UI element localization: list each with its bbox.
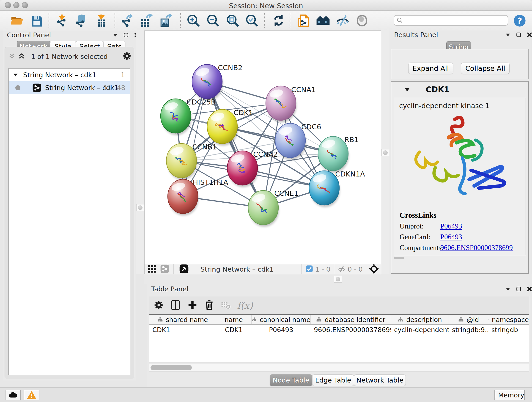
- tab-node-table[interactable]: Node Table: [270, 375, 312, 386]
- zoom-fit-button[interactable]: [225, 13, 240, 28]
- warnings-button[interactable]: [24, 390, 39, 400]
- node-label-CDKN1A: CDKN1A: [335, 170, 365, 178]
- table-cell[interactable]: CDK1: [149, 325, 216, 335]
- network-view[interactable]: CCNB2CCNA1CDC25BCDK1CDC6RB1CCNB1CCNA2CDK…: [144, 31, 381, 274]
- zoom-in-button[interactable]: [186, 13, 201, 28]
- table-cell[interactable]: stringdb: [488, 325, 529, 335]
- import-network-file-button[interactable]: [55, 13, 69, 28]
- two-houses-icon: [316, 13, 330, 28]
- node-table[interactable]: shared namenamecanonical namedatabase id…: [149, 314, 529, 362]
- network-collection-row[interactable]: String Network – cdk1 1: [9, 69, 130, 81]
- grid-view-button[interactable]: [147, 264, 157, 274]
- function-builder-button[interactable]: f(x): [237, 300, 253, 311]
- crosslink-link[interactable]: P06493: [440, 222, 462, 230]
- left-splitter[interactable]: [136, 31, 144, 274]
- splitter-handle[interactable]: [334, 276, 342, 283]
- collapse-panel-icon[interactable]: [112, 32, 118, 38]
- crosslink-link[interactable]: 9606.ENSP00000378699: [440, 244, 513, 252]
- gene-description: cyclin-dependent kinase 1: [399, 102, 526, 110]
- column-header-databaseidentifier[interactable]: database identifier: [311, 315, 391, 324]
- hide-graphics-button[interactable]: [336, 13, 350, 28]
- export-network-button[interactable]: [119, 13, 134, 28]
- column-type-icon: [252, 317, 257, 323]
- hidden-elements-indicator[interactable]: [337, 265, 346, 274]
- splitter-handle[interactable]: [381, 149, 389, 156]
- float-panel-icon[interactable]: [516, 32, 521, 38]
- float-panel-icon[interactable]: [123, 32, 129, 38]
- gear-icon: [122, 51, 132, 61]
- search-icon: [396, 17, 403, 24]
- toolbar-separator: [290, 13, 290, 28]
- crosslinks-list: Uniprot:P06493GeneCard:P06493Compartment…: [394, 222, 526, 255]
- column-header-sharedname[interactable]: shared name: [149, 315, 216, 324]
- control-panel: Control Panel Network Style Select Sets …: [3, 30, 136, 380]
- crosslink-row: Compartments:9606.ENSP00000378699: [399, 244, 526, 252]
- node-label-CDC25B: CDC25B: [186, 98, 216, 106]
- refresh-layout-button[interactable]: [271, 13, 286, 28]
- expand-all-button[interactable]: Expand All: [408, 63, 453, 74]
- gene-symbol: CDK1: [426, 85, 449, 94]
- collapse-all-button[interactable]: Collapse All: [461, 63, 510, 74]
- column-header-description[interactable]: description: [391, 315, 449, 324]
- zoom-selected-button[interactable]: [245, 13, 259, 28]
- export-image-button[interactable]: [158, 13, 173, 28]
- horizontal-splitter[interactable]: [144, 274, 532, 284]
- close-panel-icon[interactable]: [526, 32, 532, 38]
- import-network-database-button[interactable]: [74, 13, 89, 28]
- table-cell[interactable]: 9606.ENSP00000378699: [311, 325, 391, 335]
- crosslink-link[interactable]: 9606.ENSP00000378699: [440, 254, 513, 255]
- tab-network-table[interactable]: Network Table: [354, 375, 406, 386]
- selected-nodes-checkbox[interactable]: [306, 265, 313, 274]
- first-neighbors-button[interactable]: [316, 13, 330, 28]
- cloud-status-button[interactable]: [5, 390, 21, 400]
- delete-table-button[interactable]: [221, 300, 231, 311]
- tab-edge-table[interactable]: Edge Table: [312, 375, 354, 386]
- horizontal-scrollbar-thumb[interactable]: [394, 257, 404, 259]
- column-header-id[interactable]: @id: [449, 315, 488, 324]
- node-label-CCNB1: CCNB1: [192, 143, 217, 151]
- network-options-button[interactable]: [122, 51, 132, 62]
- center-view-button[interactable]: [369, 264, 379, 275]
- zoom-out-button[interactable]: [206, 13, 220, 28]
- table-cell[interactable]: CDK1: [216, 325, 252, 335]
- delete-columns-button[interactable]: [204, 300, 214, 311]
- column-header-namespace[interactable]: namespace: [488, 315, 529, 324]
- show-graphics-button[interactable]: [355, 13, 369, 28]
- create-column-button[interactable]: [187, 300, 198, 311]
- search-input[interactable]: [403, 16, 508, 25]
- float-panel-icon[interactable]: [516, 286, 521, 292]
- collapse-panel-icon[interactable]: [505, 32, 511, 38]
- string-document-button[interactable]: [297, 13, 311, 28]
- help-button[interactable]: ?: [512, 13, 527, 28]
- table-cell[interactable]: P06493: [252, 325, 311, 335]
- birds-eye-view-button[interactable]: [179, 264, 189, 274]
- splitter-handle[interactable]: [136, 204, 144, 211]
- column-header-name[interactable]: name: [216, 315, 252, 324]
- eye-slash-icon: [336, 14, 349, 27]
- table-options-button[interactable]: [154, 300, 164, 311]
- save-session-button[interactable]: [29, 13, 44, 28]
- table-row[interactable]: CDK1CDK1P064939606.ENSP00000378699cyclin…: [149, 325, 529, 335]
- table-horizontal-scrollbar[interactable]: [149, 363, 529, 371]
- table-cell[interactable]: stringdb:9...: [449, 325, 488, 335]
- import-table-button[interactable]: [94, 13, 109, 28]
- memory-button[interactable]: Memory: [494, 390, 525, 400]
- network-canvas[interactable]: CCNB2CCNA1CDC25BCDK1CDC6RB1CCNB1CCNA2CDK…: [145, 31, 381, 264]
- section-expander-icon[interactable]: [404, 87, 410, 94]
- tree-expander-icon[interactable]: [13, 72, 18, 77]
- right-splitter[interactable]: [381, 31, 389, 274]
- toolbar-separator: [114, 13, 115, 28]
- crosslink-link[interactable]: P06493: [440, 233, 462, 241]
- show-columns-button[interactable]: [170, 300, 181, 311]
- current-network-name: String Network – cdk1: [201, 265, 273, 273]
- column-header-canonicalname[interactable]: canonical name: [252, 315, 311, 324]
- search-field[interactable]: [394, 15, 508, 26]
- network-view-toggle-button[interactable]: [160, 264, 169, 274]
- export-table-button[interactable]: [138, 13, 153, 28]
- scrollbar-thumb[interactable]: [151, 365, 192, 370]
- network-row[interactable]: String Network – cdk1 11 48: [9, 81, 130, 94]
- table-cell[interactable]: cyclin-dependent ...: [391, 325, 449, 335]
- collapse-panel-icon[interactable]: [505, 286, 511, 292]
- open-session-button[interactable]: [10, 13, 24, 28]
- close-panel-icon[interactable]: [526, 286, 532, 292]
